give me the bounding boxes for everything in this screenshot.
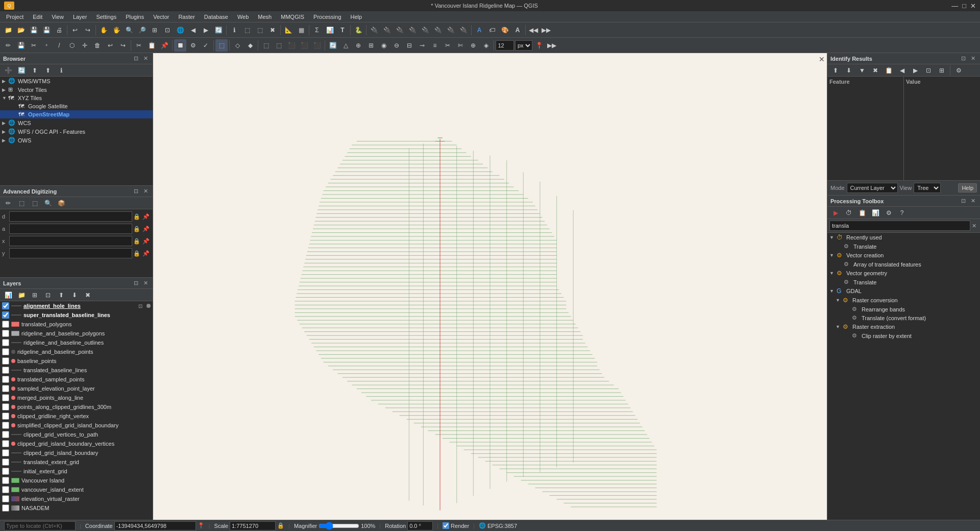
tb-del-ring[interactable]: ⊖ [390, 39, 403, 52]
processing-search-input[interactable] [829, 221, 970, 231]
tb-plugin3[interactable]: 🔌 [394, 24, 406, 36]
tb-zoom-layer[interactable]: ⊡ [161, 24, 174, 36]
adv-dig-float[interactable]: ⊡ [132, 187, 140, 195]
toolbox-group-gdal[interactable]: ▼ G GDAL ▼ ⚙ Raster conversion ⚙ Rearran… [827, 286, 980, 340]
tb-digitize-scratch[interactable]: ✂ [28, 39, 40, 52]
layer-filter-layer[interactable]: ⊡ [42, 289, 54, 301]
layer-grid-boundary-vertices-check[interactable] [2, 440, 9, 447]
proc-tb-run[interactable]: ▶ [829, 207, 842, 219]
tb-more[interactable]: ▶▶ [546, 39, 558, 52]
tb-zoom-rubber[interactable]: ⊞ [149, 24, 161, 36]
proc-tb-results[interactable]: 📊 [869, 207, 881, 219]
layer-vancouver-extent-check[interactable] [2, 486, 9, 493]
browser-add-resource[interactable]: ➕ [2, 64, 14, 77]
scale-input[interactable] [230, 521, 276, 530]
toolbox-translate-format[interactable]: ⚙ Translate (convert format) [827, 313, 980, 322]
locate-input[interactable] [4, 521, 76, 530]
tb-zoom-in[interactable]: 🔍 [123, 24, 135, 36]
menu-vector[interactable]: Vector [149, 13, 173, 21]
layer-move-up[interactable]: ⬆ [55, 289, 67, 301]
toolbox-raster-conversion[interactable]: ▼ ⚙ Raster conversion [827, 296, 980, 305]
tb-open[interactable]: 📂 [15, 24, 27, 36]
tb-digitize-poly[interactable]: ⬡ [66, 39, 78, 52]
layer-nasadem[interactable]: NASADEM [0, 503, 153, 513]
tb-invert-sel[interactable]: ⬛ [311, 39, 323, 52]
tb-paste-features[interactable]: 📌 [158, 39, 170, 52]
menu-plugins[interactable]: Plugins [121, 13, 148, 21]
browser-item-vectortiles[interactable]: ▶ ⊞ Vector Tiles [0, 85, 153, 94]
tb-annot4[interactable]: A [511, 24, 524, 36]
layer-points-along-clipped[interactable]: points_along_clipped_gridlines_300m [0, 402, 153, 412]
view-select[interactable]: Tree Table [914, 183, 941, 193]
adv-d-lock[interactable]: 🔒 [133, 213, 141, 220]
layer-clipped-grid-vertices-path-check[interactable] [2, 431, 9, 438]
adv-dig-btn2[interactable]: ⬚ [29, 197, 41, 209]
adv-a-input[interactable] [9, 224, 132, 234]
layer-remove[interactable]: ✖ [82, 289, 94, 301]
toolbox-translate-geometry[interactable]: ⚙ Translate [827, 278, 980, 286]
toolbox-array-translated[interactable]: ⚙ Array of translated features [827, 260, 980, 269]
adv-x-pin[interactable]: 📌 [142, 238, 151, 245]
adv-y-pin[interactable]: 📌 [142, 250, 151, 257]
tb-new[interactable]: 📁 [2, 24, 14, 36]
toolbox-rearrange-bands[interactable]: ⚙ Rearrange bands [827, 305, 980, 313]
identify-form[interactable]: ⊞ [936, 64, 948, 77]
layer-ridgeline-baseline-polygons[interactable]: ridgeline_and_baseline_polygons [0, 329, 153, 338]
tb-undo-edit[interactable]: ↩ [104, 39, 116, 52]
tb-select-all2[interactable]: ⬛ [285, 39, 298, 52]
layer-translated-sampled[interactable]: translated_sampled_points [0, 375, 153, 384]
adv-dig-btn1[interactable]: ⬚ [15, 197, 28, 209]
menu-edit[interactable]: Edit [29, 13, 46, 21]
layers-float[interactable]: ⊡ [132, 279, 140, 287]
menu-mmqgis[interactable]: MMQGIS [277, 13, 308, 21]
tb-split[interactable]: ✂ [442, 39, 454, 52]
maximize-btn[interactable]: □ [962, 2, 966, 10]
tb-plugin2[interactable]: 🔌 [381, 24, 393, 36]
layer-grid-boundary-check[interactable] [2, 449, 9, 456]
layer-super-translated-check[interactable] [2, 311, 9, 319]
layer-alignment-hole[interactable]: alignment_hole_lines ⊡ [0, 301, 153, 310]
layer-translated-extent-grid[interactable]: translated_extent_grid [0, 457, 153, 467]
browser-float[interactable]: ⊡ [132, 55, 140, 62]
tb-identify[interactable]: ℹ [228, 24, 240, 36]
identify-next[interactable]: ▶ [909, 64, 921, 77]
layer-baseline-points[interactable]: baseline_points [0, 356, 153, 366]
tb-plugin1[interactable]: 🔌 [368, 24, 380, 36]
identify-results-float[interactable]: ⊡ [960, 55, 967, 62]
tb-statistics[interactable]: Σ [311, 24, 323, 36]
tb-copy-features[interactable]: 📋 [145, 39, 158, 52]
browser-item-wfs[interactable]: ▶ 🌐 WFS / OGC API - Features [0, 127, 153, 136]
tb-select-expr[interactable]: ⬚ [273, 39, 285, 52]
adv-a-lock[interactable]: 🔒 [133, 226, 141, 232]
layer-alignment-hole-check[interactable] [2, 302, 9, 309]
toolbox-group-recent-header[interactable]: ▼ ⏱ Recently used [827, 233, 980, 242]
tb-digitize-point[interactable]: • [40, 39, 53, 52]
menu-layer[interactable]: Layer [69, 13, 91, 21]
browser-item-wcs[interactable]: ▶ 🌐 WCS [0, 118, 153, 127]
adv-dig-btn3[interactable]: 🔍 [42, 197, 54, 209]
layer-merged-points-check[interactable] [2, 394, 9, 401]
tb-save-edits[interactable]: 💾 [15, 39, 27, 52]
adv-dig-enable[interactable]: ✏ [2, 197, 14, 209]
menu-raster[interactable]: Raster [174, 13, 199, 21]
layer-add-group[interactable]: 📁 [15, 289, 28, 301]
tb-deselect[interactable]: ✖ [266, 24, 279, 36]
adv-y-lock[interactable]: 🔒 [133, 250, 141, 257]
tb-del-part[interactable]: ⊟ [403, 39, 415, 52]
tb-plugin7[interactable]: 🔌 [445, 24, 457, 36]
tb-merge[interactable]: ⊕ [467, 39, 479, 52]
tb-add-part[interactable]: ⊞ [365, 39, 377, 52]
tb-topol-check[interactable]: ✓ [200, 39, 212, 52]
processing-toolbox-close[interactable]: ✕ [969, 197, 977, 205]
epsg-item[interactable]: 🌐 EPSG:3857 [479, 522, 517, 529]
toolbox-translate-recent[interactable]: ⚙ Translate [827, 242, 980, 251]
tb-node-tool[interactable]: ◈ [480, 39, 492, 52]
identify-copy[interactable]: 📋 [883, 64, 895, 77]
layer-translated-sampled-check[interactable] [2, 376, 9, 383]
mode-select[interactable]: Current Layer All Layers Top-down [847, 183, 898, 193]
layer-grid-boundary-vertices[interactable]: clipped_grid_island_boundary_vertices [0, 439, 153, 448]
layer-translated-extent-grid-check[interactable] [2, 458, 9, 466]
layer-translated-baseline[interactable]: translated_baseline_lines [0, 366, 153, 375]
tb-measure[interactable]: 📐 [282, 24, 295, 36]
layer-clipped-gridline-vertex-check[interactable] [2, 413, 9, 420]
